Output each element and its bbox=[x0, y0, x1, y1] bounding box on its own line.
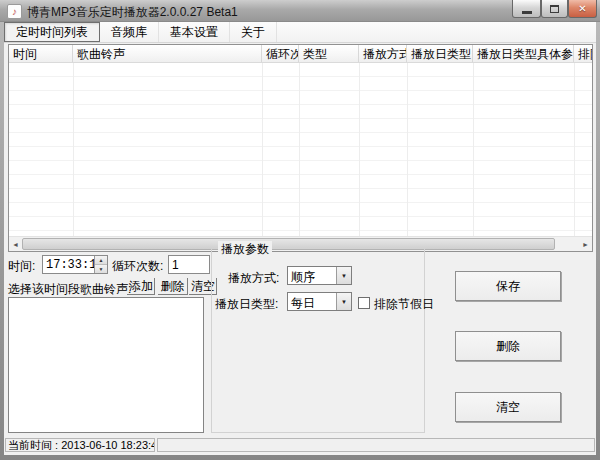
column-divider bbox=[73, 63, 74, 236]
col-header-day-type[interactable]: 播放日类型 bbox=[407, 45, 473, 62]
col-header-play-mode[interactable]: 播放方式 bbox=[359, 45, 407, 62]
column-divider bbox=[299, 63, 300, 236]
col-header-loop-count[interactable]: 循环次数 bbox=[262, 45, 299, 62]
tab-bar: 定时时间列表 音频库 基本设置 关于 bbox=[4, 22, 596, 43]
delete-song-button[interactable]: 删除 bbox=[158, 278, 188, 295]
close-button[interactable]: ✕ bbox=[568, 0, 597, 18]
table-body-empty[interactable] bbox=[9, 63, 592, 236]
tab-audio-library[interactable]: 音频库 bbox=[100, 22, 159, 42]
app-window: ♪ 博青MP3音乐定时播放器2.0.0.27 Beta1 ✕ 定时时间列表 音频… bbox=[0, 0, 600, 460]
tab-about[interactable]: 关于 bbox=[230, 22, 277, 42]
col-header-exclude-holiday[interactable]: 排除节假日 bbox=[574, 45, 592, 62]
scroll-left-icon[interactable]: ◄ bbox=[9, 237, 22, 251]
play-params-group: 播放参数 播放方式: 顺序 ▼ 播放日类型: 每日 ▼ 排除节假日 bbox=[211, 248, 425, 433]
time-spinner: ▲ ▼ bbox=[42, 255, 108, 274]
column-divider bbox=[407, 63, 408, 236]
add-song-button[interactable]: 添加 bbox=[127, 278, 155, 295]
loop-count-label: 循环次数: bbox=[112, 258, 163, 275]
minimize-icon bbox=[522, 11, 532, 14]
title-bar: ♪ 博青MP3音乐定时播放器2.0.0.27 Beta1 ✕ bbox=[0, 0, 600, 22]
schedule-table: 时间 歌曲铃声 循环次数 类型 播放方式 播放日类型 播放日类型具体参数 排除节… bbox=[8, 44, 593, 252]
column-divider bbox=[574, 63, 575, 236]
exclude-holiday-checkbox[interactable] bbox=[358, 297, 370, 309]
chevron-down-icon[interactable]: ▼ bbox=[336, 293, 351, 310]
play-mode-label: 播放方式: bbox=[228, 270, 279, 287]
close-icon: ✕ bbox=[578, 3, 586, 14]
maximize-button[interactable] bbox=[541, 0, 568, 18]
col-header-time[interactable]: 时间 bbox=[9, 45, 73, 62]
minimize-button[interactable] bbox=[512, 0, 541, 18]
time-input[interactable] bbox=[43, 256, 94, 273]
save-button[interactable]: 保存 bbox=[455, 271, 561, 301]
spin-down-icon[interactable]: ▼ bbox=[95, 264, 107, 273]
loop-count-input[interactable] bbox=[168, 255, 210, 274]
status-panel-empty bbox=[157, 438, 595, 452]
time-label: 时间: bbox=[8, 258, 35, 275]
col-header-day-type-params[interactable]: 播放日类型具体参数 bbox=[473, 45, 574, 62]
group-title: 播放参数 bbox=[218, 241, 272, 258]
exclude-holiday-label: 排除节假日 bbox=[374, 296, 434, 313]
select-song-label: 选择该时间段歌曲铃声: bbox=[8, 281, 131, 298]
maximize-icon bbox=[550, 5, 559, 13]
col-header-song[interactable]: 歌曲铃声 bbox=[73, 45, 262, 62]
status-bar: 当前时间 : 2013-06-10 18:23:44 bbox=[4, 437, 596, 453]
play-mode-select[interactable]: 顺序 ▼ bbox=[287, 266, 352, 285]
col-header-type[interactable]: 类型 bbox=[299, 45, 359, 62]
day-type-label: 播放日类型: bbox=[215, 296, 278, 313]
column-divider bbox=[473, 63, 474, 236]
play-mode-value: 顺序 bbox=[288, 267, 336, 284]
tab-basic-settings[interactable]: 基本设置 bbox=[159, 22, 230, 42]
app-icon: ♪ bbox=[7, 4, 22, 19]
spin-up-icon[interactable]: ▲ bbox=[95, 256, 107, 264]
clear-button[interactable]: 清空 bbox=[455, 392, 561, 422]
column-divider bbox=[262, 63, 263, 236]
song-listbox[interactable] bbox=[8, 297, 204, 433]
day-type-select[interactable]: 每日 ▼ bbox=[287, 292, 352, 311]
chevron-down-icon[interactable]: ▼ bbox=[336, 267, 351, 284]
column-divider bbox=[359, 63, 360, 236]
scroll-right-icon[interactable]: ► bbox=[579, 237, 592, 251]
time-spin-buttons: ▲ ▼ bbox=[94, 256, 107, 273]
window-title: 博青MP3音乐定时播放器2.0.0.27 Beta1 bbox=[27, 4, 238, 21]
day-type-value: 每日 bbox=[288, 293, 336, 310]
table-header: 时间 歌曲铃声 循环次数 类型 播放方式 播放日类型 播放日类型具体参数 排除节… bbox=[9, 45, 592, 63]
delete-button[interactable]: 删除 bbox=[455, 331, 561, 361]
tab-timer-list[interactable]: 定时时间列表 bbox=[4, 22, 100, 42]
current-time-status: 当前时间 : 2013-06-10 18:23:44 bbox=[5, 438, 155, 452]
